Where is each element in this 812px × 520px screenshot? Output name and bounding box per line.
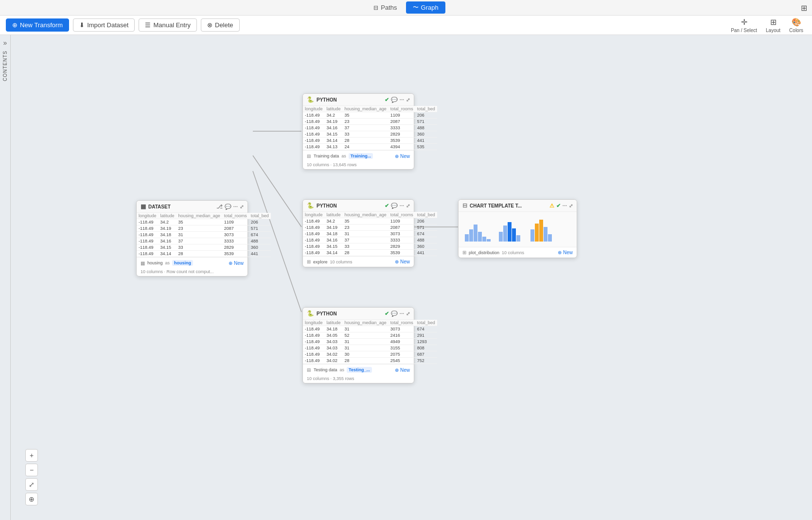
- layout-icon: ⊞: [770, 17, 777, 27]
- svg-rect-14: [516, 235, 520, 242]
- dataset-table: longitude latitude housing_median_age to…: [137, 213, 271, 257]
- import-dataset-button[interactable]: ⬇ Import Dataset: [73, 18, 135, 32]
- new-transform-button[interactable]: ⊕ New Transform: [6, 18, 69, 32]
- table-row: -118.4934.05522416291: [303, 332, 437, 339]
- expand-icon-bottom[interactable]: ⤢: [406, 311, 410, 316]
- colors-button[interactable]: 🎨 Colors: [786, 17, 806, 34]
- delete-icon: ⊗: [207, 21, 212, 29]
- chart-thumbnail: [459, 212, 577, 247]
- zoom-in-button[interactable]: +: [25, 449, 38, 462]
- zoom-out-button[interactable]: −: [25, 464, 38, 476]
- chart-header: ⊟ CHART TEMPLATE T... ⚠ ✔ ··· ⤢: [459, 200, 577, 212]
- reset-button[interactable]: ⊕: [25, 493, 38, 505]
- table-row: -118.4934.16373333488: [137, 238, 271, 244]
- pan-select-button[interactable]: ✛ Pan / Select: [728, 17, 760, 34]
- sidebar: » CONTENTS: [0, 35, 11, 520]
- expand-icon[interactable]: ⤢: [240, 204, 244, 209]
- table-row: -118.4934.19232087571: [137, 225, 271, 232]
- tab-paths[interactable]: ⊟ Paths: [367, 1, 404, 14]
- table-row: -118.4934.033149491293: [303, 339, 437, 345]
- manual-icon: ☰: [145, 21, 151, 29]
- table-row: -118.4934.2351109206: [303, 218, 437, 225]
- svg-rect-16: [535, 224, 539, 242]
- python-mid-new-button[interactable]: ⊕ New: [395, 259, 410, 264]
- python-icon-bottom: 🐍: [307, 310, 314, 317]
- python-bottom-node: 🐍 PYTHON ✔ 💬 ··· ⤢ longitude latitude ho…: [302, 307, 414, 383]
- table-row: -118.4934.16373333488: [303, 237, 437, 243]
- colors-label: Colors: [789, 28, 803, 33]
- tab-graph[interactable]: 〜 Graph: [406, 1, 445, 14]
- paths-label: Paths: [381, 4, 397, 11]
- import-dataset-label: Import Dataset: [87, 21, 128, 29]
- table-row: -118.4934.16373333488: [303, 125, 437, 131]
- graph-label: Graph: [421, 4, 439, 11]
- table-row: -118.4934.15332829360: [303, 243, 437, 250]
- more-icon-top[interactable]: ···: [400, 97, 404, 103]
- training-badge: Training...: [349, 153, 373, 159]
- dataset-new-button[interactable]: ⊕ New: [229, 260, 244, 266]
- table-row: -118.4934.18313073674: [137, 232, 271, 238]
- chart-new-label: New: [563, 250, 573, 255]
- expand-icon-top[interactable]: ⤢: [406, 97, 410, 103]
- sidebar-chevron-icon[interactable]: »: [3, 39, 7, 47]
- window-icon[interactable]: ⊞: [801, 3, 807, 12]
- python-top-footer: ▤ Training data as Training... ⊕ New: [303, 150, 414, 161]
- svg-rect-12: [508, 222, 512, 242]
- svg-rect-8: [482, 237, 486, 242]
- check-icon-bottom: ✔: [385, 311, 389, 317]
- fit-button[interactable]: ⤢: [25, 478, 38, 491]
- python-bottom-table: longitude latitude housing_median_age to…: [303, 320, 437, 364]
- chart-svg: [462, 215, 569, 244]
- python-bottom-new-label: New: [400, 367, 410, 373]
- plus-icon: ⊕: [395, 154, 399, 159]
- delete-button[interactable]: ⊗ Delete: [201, 18, 240, 32]
- table-row: -118.4934.14283539441: [303, 250, 437, 256]
- col-tb: total_bed: [415, 106, 437, 112]
- table-row: -118.4934.15332829360: [137, 244, 271, 251]
- table-row: -118.4934.15332829360: [303, 131, 437, 138]
- python-bottom-new-button[interactable]: ⊕ New: [395, 367, 410, 373]
- graph-icon: 〜: [413, 3, 419, 12]
- col-lat: latitude: [325, 106, 343, 112]
- table-row: -118.4934.13244394535: [303, 144, 437, 150]
- python-mid-header: 🐍 PYTHON ✔ 💬 ··· ⤢: [303, 200, 414, 212]
- canvas[interactable]: ▦ DATASET ⎇ 💬 ··· ⤢ longitude latitude h…: [11, 35, 812, 520]
- table-row: -118.4934.2351109206: [303, 112, 437, 119]
- more-icon-chart[interactable]: ···: [563, 203, 567, 208]
- chart-footer-icon: ⊞: [462, 250, 466, 255]
- sidebar-label[interactable]: CONTENTS: [2, 51, 8, 81]
- python-top-table: longitude latitude housing_median_age to…: [303, 106, 437, 150]
- table-icon: ▤: [307, 154, 311, 158]
- as-label: as: [165, 260, 170, 265]
- more-icon-bottom[interactable]: ···: [400, 311, 404, 316]
- explore-icon: ⊞: [307, 259, 311, 264]
- toolbar-right: ✛ Pan / Select ⊞ Layout 🎨 Colors: [728, 17, 806, 34]
- dataset-new-label: New: [234, 260, 244, 266]
- table-row: -118.4934.19232087571: [303, 225, 437, 231]
- delete-label: Delete: [215, 21, 233, 29]
- col-rooms: total_rooms: [222, 213, 249, 219]
- chart-title: CHART TEMPLATE T...: [470, 203, 522, 208]
- svg-rect-6: [474, 225, 477, 242]
- expand-icon-chart[interactable]: ⤢: [569, 203, 573, 208]
- training-label: Training data: [314, 154, 339, 158]
- pan-select-icon: ✛: [741, 17, 747, 27]
- col-tr: total_rooms: [388, 106, 415, 112]
- python-icon-top: 🐍: [307, 96, 314, 103]
- dataset-node-header: ▦ DATASET ⎇ 💬 ··· ⤢: [137, 201, 247, 213]
- new-transform-label: New Transform: [20, 21, 63, 29]
- warning-icon: ⚠: [549, 203, 554, 209]
- expand-icon-mid[interactable]: ⤢: [406, 203, 410, 208]
- col-latitude: latitude: [159, 213, 177, 219]
- python-top-new-button[interactable]: ⊕ New: [395, 154, 410, 159]
- chart-new-button[interactable]: ⊕ New: [558, 250, 573, 255]
- manual-entry-button[interactable]: ☰ Manual Entry: [139, 18, 197, 32]
- layout-button[interactable]: ⊞ Layout: [763, 17, 783, 34]
- plus-icon: ⊕: [558, 250, 562, 255]
- zoom-controls: + − ⤢ ⊕: [25, 449, 38, 505]
- as-label-bottom: as: [340, 367, 345, 372]
- pan-select-label: Pan / Select: [731, 28, 757, 33]
- table-icon-bottom: ▤: [307, 367, 311, 372]
- more-icon-mid[interactable]: ···: [400, 203, 404, 208]
- more-icon[interactable]: ···: [233, 204, 238, 209]
